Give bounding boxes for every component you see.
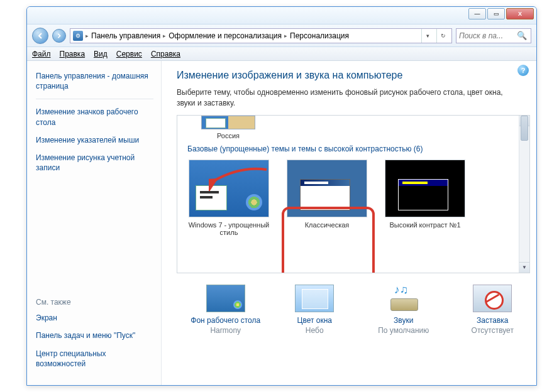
titlebar: — ▭ X (27, 7, 536, 24)
menu-view[interactable]: Вид (94, 50, 108, 58)
maximize-button[interactable]: ▭ (487, 8, 505, 19)
search-input[interactable] (456, 31, 516, 40)
scrollbar[interactable]: ▲ ▼ (519, 116, 529, 273)
address-dropdown[interactable]: ▾ (421, 29, 434, 43)
sidebar-taskbar[interactable]: Панель задач и меню "Пуск" (36, 330, 153, 340)
scroll-down-button[interactable]: ▼ (519, 262, 529, 273)
page-description: Выберите тему, чтобы одновременно измени… (177, 87, 510, 109)
theme-high-contrast-1[interactable]: Высокий контраст №1 (384, 160, 467, 236)
sidebar-screen[interactable]: Экран (36, 313, 153, 323)
menu-help[interactable]: Справка (151, 50, 180, 58)
theme-label: Классическая (285, 221, 368, 229)
main-content: ? Изменение изображения и звука на компь… (162, 61, 536, 385)
chevron-right-icon: ▸ (284, 33, 287, 39)
screensaver-setting[interactable]: Заставка Отсутствует (455, 285, 531, 335)
back-button[interactable] (32, 28, 48, 44)
theme-thumbnail (189, 160, 269, 217)
page-title: Изменение изображения и звука на компьют… (177, 70, 530, 81)
see-also-label: См. также (36, 298, 153, 307)
theme-thumbnail (385, 160, 465, 217)
desktop-background-icon (206, 285, 245, 312)
minimize-button[interactable]: — (468, 8, 486, 19)
breadcrumb-3[interactable]: Персонализация (290, 31, 349, 40)
menu-edit[interactable]: Правка (60, 50, 86, 58)
search-box[interactable]: 🔍 (456, 28, 531, 43)
theme-thumbnail (287, 160, 367, 217)
address-bar[interactable]: ⚙ ▸ Панель управления ▸ Оформление и пер… (70, 28, 452, 43)
menu-bar: Файл Правка Вид Сервис Справка (27, 47, 536, 61)
sidebar-account-picture[interactable]: Изменение рисунка учетной записи (36, 153, 153, 173)
sidebar-home[interactable]: Панель управления - домашняя страница (36, 71, 153, 91)
theme-label: Высокий контраст №1 (384, 221, 467, 229)
setting-value: Отсутствует (455, 326, 531, 335)
theme-label: Windows 7 - упрощенный стиль (187, 221, 270, 236)
bottom-settings-row: Фон рабочего стола Harmony Цвет окна Неб… (177, 273, 530, 335)
theme-russia[interactable]: Россия (187, 116, 269, 139)
address-bar-row: ⚙ ▸ Панель управления ▸ Оформление и пер… (27, 24, 536, 47)
setting-label: Фон рабочего стола (188, 316, 263, 325)
setting-value: По умолчанию (366, 326, 441, 335)
chevron-right-icon: ▸ (163, 33, 166, 39)
theme-win7-basic[interactable]: Windows 7 - упрощенный стиль (187, 160, 270, 236)
control-panel-icon: ⚙ (73, 31, 83, 41)
window-color-setting[interactable]: Цвет окна Небо (277, 285, 353, 335)
refresh-button[interactable]: ↻ (436, 29, 449, 43)
scroll-thumb[interactable] (521, 116, 528, 141)
menu-tools[interactable]: Сервис (116, 50, 142, 58)
setting-value: Небо (277, 326, 353, 335)
forward-button[interactable] (52, 29, 66, 43)
themes-pane: Россия Базовые (упрощенные) темы и темы … (177, 115, 530, 273)
menu-file[interactable]: Файл (32, 50, 51, 58)
divider (36, 99, 153, 99)
screensaver-icon (473, 285, 512, 312)
setting-label: Звуки (366, 316, 441, 325)
breadcrumb-2[interactable]: Оформление и персонализация (169, 31, 282, 40)
theme-label: Россия (187, 132, 269, 139)
sounds-icon (384, 285, 423, 312)
desktop-background-setting[interactable]: Фон рабочего стола Harmony (188, 285, 263, 335)
breadcrumb-1[interactable]: Панель управления (91, 31, 160, 40)
window-frame: — ▭ X ⚙ ▸ Панель управления ▸ Оформление… (26, 6, 537, 386)
sidebar-ease-of-access[interactable]: Центр специальных возможностей (36, 349, 153, 369)
sidebar-desktop-icons[interactable]: Изменение значков рабочего стола (36, 107, 153, 127)
sidebar-mouse-pointers[interactable]: Изменение указателей мыши (36, 135, 153, 145)
help-icon[interactable]: ? (517, 65, 529, 76)
setting-label: Цвет окна (277, 316, 353, 325)
chevron-right-icon: ▸ (86, 33, 89, 39)
sounds-setting[interactable]: Звуки По умолчанию (366, 285, 441, 335)
theme-thumbnail (201, 116, 255, 129)
setting-value: Harmony (188, 326, 263, 335)
basic-themes-section-label: Базовые (упрощенные) темы и темы с высок… (187, 144, 519, 153)
sidebar: Панель управления - домашняя страница Из… (27, 61, 162, 385)
search-icon: 🔍 (516, 31, 528, 40)
window-color-icon (295, 285, 334, 312)
close-button[interactable]: X (506, 8, 534, 19)
theme-classic[interactable]: Классическая (285, 160, 368, 236)
setting-label: Заставка (455, 316, 531, 325)
